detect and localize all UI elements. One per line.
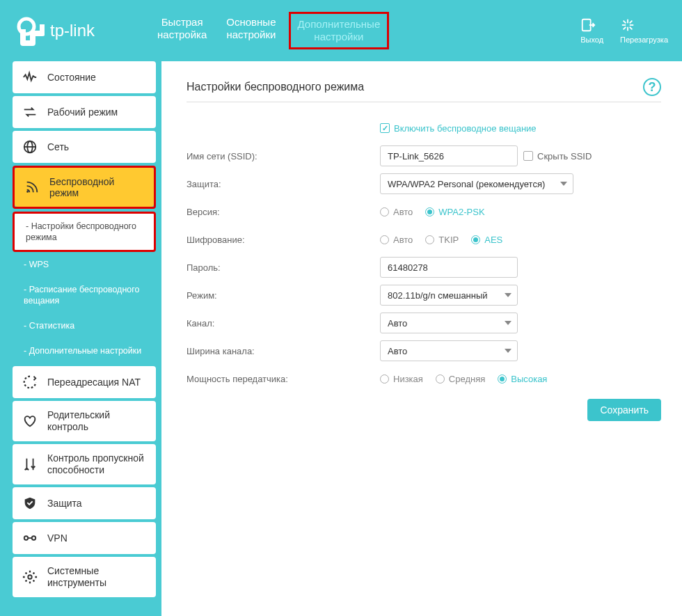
nav-tabs: Быстрая настройка Основные настройки Доп… — [150, 12, 389, 49]
width-select[interactable]: Авто — [380, 340, 518, 361]
encryption-tkip-radio[interactable]: TKIP — [425, 235, 459, 245]
tab-advanced[interactable]: Дополнительные настройки — [289, 12, 390, 49]
sidebar-item-system[interactable]: Системные инструменты — [13, 557, 156, 597]
wireless-icon — [24, 180, 40, 195]
sidebar-item-mode[interactable]: Рабочий режим — [13, 96, 156, 128]
ssid-input[interactable] — [380, 145, 518, 166]
reboot-icon — [620, 17, 668, 33]
txpower-mid-radio[interactable]: Средняя — [436, 374, 485, 384]
security-select[interactable]: WPA/WPA2 Personal (рекомендуется) — [380, 173, 573, 194]
help-icon[interactable]: ? — [643, 78, 661, 96]
password-label: Пароль: — [187, 262, 380, 273]
svg-line-9 — [630, 21, 633, 24]
mode-icon — [22, 104, 38, 120]
tab-quick-setup[interactable]: Быстрая настройка — [150, 12, 214, 49]
version-wpa2psk-radio[interactable]: WPA2-PSK — [425, 207, 484, 217]
channel-select[interactable]: Авто — [380, 313, 518, 333]
svg-line-7 — [630, 27, 633, 30]
password-input[interactable] — [380, 257, 518, 278]
tab-basic[interactable]: Основные настройки — [219, 12, 283, 49]
header-actions: Выход Перезагрузка — [580, 17, 668, 44]
ssid-label: Имя сети (SSID): — [187, 151, 380, 161]
txpower-label: Мощность передатчика: — [187, 374, 380, 384]
status-icon — [22, 70, 38, 85]
page-title: Настройки беспроводного режима — [187, 81, 364, 93]
bandwidth-icon — [22, 457, 38, 472]
content-panel: Настройки беспроводного режима ? ✓ Включ… — [161, 61, 682, 616]
version-radio-group: Авто WPA2-PSK — [380, 207, 485, 217]
sub-advanced[interactable]: Дополнительные настройки — [13, 338, 156, 363]
logout-button[interactable]: Выход — [580, 17, 603, 44]
reboot-button[interactable]: Перезагрузка — [620, 17, 668, 44]
hide-ssid-checkbox[interactable]: Скрыть SSID — [523, 151, 592, 161]
sub-wps[interactable]: WPS — [13, 252, 156, 277]
enable-wireless-checkbox[interactable]: ✓ Включить беспроводное вещание — [380, 123, 537, 134]
checkbox-checked-icon: ✓ — [380, 123, 390, 133]
sidebar-item-vpn[interactable]: VPN — [13, 522, 156, 554]
encryption-radio-group: Авто TKIP AES — [380, 235, 502, 245]
brand-icon — [14, 15, 45, 46]
sidebar-item-security[interactable]: Защита — [13, 487, 156, 519]
sidebar: Состояние Рабочий режим Сеть Беспроводно… — [0, 61, 156, 600]
sub-schedule[interactable]: Расписание беспроводного вещания — [13, 277, 156, 313]
svg-point-17 — [28, 575, 32, 579]
logo: tp-link — [14, 15, 95, 46]
txpower-radio-group: Низкая Средняя Высокая — [380, 374, 547, 384]
vpn-icon — [22, 530, 38, 546]
svg-line-6 — [624, 21, 626, 24]
logout-icon — [580, 17, 603, 33]
sub-wireless-settings[interactable]: Настройки беспроводного режима — [13, 212, 156, 252]
channel-label: Канал: — [187, 318, 380, 329]
heart-icon — [22, 413, 38, 429]
txpower-high-radio[interactable]: Высокая — [498, 374, 547, 384]
nat-icon — [22, 374, 38, 390]
checkbox-icon — [523, 151, 533, 161]
gear-icon — [22, 569, 38, 585]
svg-point-15 — [32, 536, 36, 540]
save-button[interactable]: Сохранить — [587, 399, 661, 421]
globe-icon — [22, 139, 38, 155]
sidebar-item-nat[interactable]: Переадресация NAT — [13, 366, 156, 398]
width-label: Ширина канала: — [187, 346, 380, 356]
sidebar-item-wireless[interactable]: Беспроводной режим — [15, 168, 154, 207]
header: tp-link Быстрая настройка Основные настр… — [0, 0, 682, 61]
brand-text: tp-link — [50, 21, 95, 40]
shield-icon — [22, 496, 38, 511]
mode-label: Режим: — [187, 290, 380, 301]
version-label: Версия: — [187, 207, 380, 217]
sidebar-item-parental[interactable]: Родительский контроль — [13, 401, 156, 441]
sub-statistics[interactable]: Статистика — [13, 313, 156, 338]
txpower-low-radio[interactable]: Низкая — [380, 374, 423, 384]
sidebar-item-bandwidth[interactable]: Контроль пропускной способности — [13, 444, 156, 484]
encryption-auto-radio[interactable]: Авто — [380, 235, 413, 245]
divider — [187, 102, 661, 102]
svg-point-13 — [26, 191, 29, 193]
security-label: Защита: — [187, 179, 380, 189]
encryption-label: Шифрование: — [187, 235, 380, 245]
svg-line-8 — [624, 27, 626, 30]
sidebar-item-status[interactable]: Состояние — [13, 61, 156, 93]
svg-point-14 — [24, 536, 29, 540]
mode-select[interactable]: 802.11b/g/n смешанный — [380, 285, 518, 306]
version-auto-radio[interactable]: Авто — [380, 207, 413, 217]
wireless-subitems: Настройки беспроводного режима WPS Распи… — [13, 212, 156, 363]
encryption-aes-radio[interactable]: AES — [471, 235, 502, 245]
sidebar-item-network[interactable]: Сеть — [13, 131, 156, 163]
